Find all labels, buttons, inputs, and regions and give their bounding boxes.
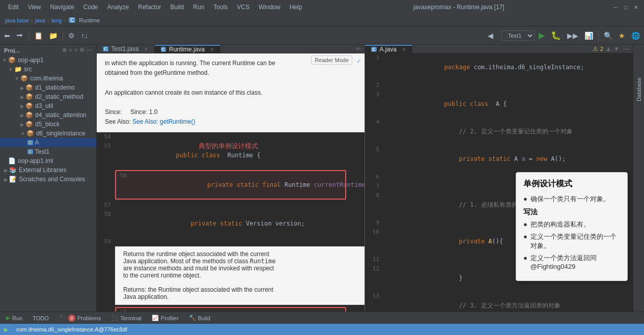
sidebar-A[interactable]: C A — [0, 138, 96, 147]
sidebar-external[interactable]: ▶ 📚 External Libraries — [0, 165, 96, 175]
line-num-57: 57 — [97, 201, 115, 210]
pencil-icon[interactable]: ✏ — [354, 45, 362, 52]
profiler-tab[interactable]: 📈 Profiler — [150, 315, 181, 321]
todo-tab[interactable]: TODO — [31, 315, 51, 321]
run-tab[interactable]: ▶ Run — [4, 315, 24, 321]
rline-code-2[interactable] — [383, 81, 633, 90]
test1-tab-close[interactable]: ✕ — [144, 46, 148, 52]
line-code-57[interactable] — [115, 201, 365, 210]
menu-view[interactable]: View — [24, 3, 45, 12]
menu-help[interactable]: Help — [286, 3, 306, 12]
bottom-toolbar: ▶ Run TODO ⚫ 9 Problems ⬛ Terminal 📈 Pro… — [0, 312, 644, 324]
minimize-button[interactable]: ─ — [611, 3, 620, 11]
tab-runtime[interactable]: C Runtime.java ✕ — [155, 45, 221, 53]
sidebar-d3[interactable]: ▶ 📦 d3_util — [0, 101, 96, 110]
menu-window[interactable]: Window — [255, 3, 285, 12]
sidebar-src[interactable]: ▼ 📁 src — [0, 65, 96, 74]
database-panel-button[interactable]: Database — [635, 75, 643, 103]
recent-files-button[interactable]: 📋 — [32, 31, 45, 41]
profile-button[interactable]: 📊 — [582, 31, 595, 41]
toolbar-sep1 — [29, 31, 29, 41]
line-code-56[interactable]: private static final Runtime currentRunt… — [124, 171, 365, 199]
rline-code-1[interactable]: package com.itheima.d6_singleInstance; — [383, 53, 633, 81]
line-54: 54 — [97, 132, 365, 142]
sidebar-com-itheima[interactable]: ▼ 📦 com.itheima — [0, 74, 96, 83]
runtime-tab-close[interactable]: ✕ — [210, 47, 214, 52]
rline-code-4[interactable]: // 2. 定义一个类变量记住类的一个对象 — [383, 118, 633, 145]
iml-icon: 📄 — [8, 157, 16, 164]
line-code-54[interactable] — [115, 132, 365, 142]
list-icon[interactable]: ≡ — [74, 47, 77, 53]
problems-tab[interactable]: ⚫ 9 Problems — [57, 315, 103, 322]
breadcrumb-java[interactable]: java — [35, 17, 45, 23]
sidebar-d1[interactable]: ▶ 📦 d1_staticdemo — [0, 83, 96, 92]
rline-2: 2 — [365, 81, 633, 90]
rline-code-3[interactable]: public class A { — [383, 90, 633, 118]
rline-code-13[interactable]: // 3. 定义一个类方法返回类的对象 — [383, 292, 633, 312]
debug-button[interactable]: 🐛 — [549, 30, 563, 41]
annotation-section2: 写法 把类的构造器私有。 定义一个类变量记住类的一个对象。 定义一个类方法返回同… — [523, 208, 620, 270]
annotation-section1: 确保一个类只有一个对象。 — [523, 194, 620, 204]
terminal-tab[interactable]: ⬛ Terminal — [109, 315, 144, 321]
scratch-icon: 📝 — [9, 176, 17, 183]
a-class-icon: C — [27, 140, 33, 145]
menu-vcs[interactable]: VCS — [233, 3, 254, 12]
sync-icon[interactable]: ≡ — [69, 47, 72, 53]
chevron-up-icon[interactable]: ▲ — [605, 45, 611, 52]
settings-button[interactable]: ⚙ — [66, 31, 77, 41]
right-collapse-icon[interactable]: — — [622, 45, 631, 52]
sidebar-d5[interactable]: ▶ 📦 d5_block — [0, 120, 96, 129]
problems-badge: 9 — [68, 315, 75, 322]
run-button[interactable]: ▶ — [537, 30, 547, 41]
menu-navigate[interactable]: Navigate — [46, 3, 78, 12]
back-button[interactable]: ⬅ — [2, 31, 12, 41]
sidebar-d6[interactable]: ▼ 📦 d6_singleInstance — [0, 129, 96, 138]
breadcrumb-javabase[interactable]: java.base — [5, 17, 29, 23]
javadoc-confirm-icon[interactable]: ✓ — [356, 57, 361, 66]
menu-tools[interactable]: Tools — [209, 3, 232, 12]
sidebar-root[interactable]: ▼ 📦 oop-app1 — [0, 55, 96, 65]
search-button[interactable]: 🔍 — [602, 31, 614, 41]
line-59: 59 — [97, 237, 365, 246]
vcs-button[interactable]: ↑↓ — [79, 31, 90, 41]
run-with-coverage[interactable]: ▶▶ — [565, 31, 580, 41]
line-code-58[interactable]: private static Version version; — [115, 210, 365, 237]
close-button[interactable]: ✕ — [632, 3, 640, 11]
line-num-68: 68 — [116, 308, 130, 312]
sidebar-d4[interactable]: ▶ 📦 d4_static_attention — [0, 110, 96, 120]
get-runtime-link[interactable]: See Also: getRuntime() — [132, 118, 195, 125]
sidebar-scratches[interactable]: ▶ 📝 Scratches and Consoles — [0, 175, 96, 184]
sidebar-d2[interactable]: ▶ 📦 d2_static_method — [0, 92, 96, 101]
add-icon[interactable]: ⊕ — [62, 47, 67, 53]
forward-button[interactable]: ⮕ — [14, 31, 25, 41]
build-tab[interactable]: 🔨 Build — [187, 315, 212, 321]
star-button[interactable]: ★ — [617, 31, 627, 41]
javadoc-line2: obtained from the getRuntime method. — [105, 68, 356, 78]
project-structure-button[interactable]: 📁 — [47, 31, 60, 41]
collapse-icon[interactable]: — — [87, 47, 92, 53]
menu-build[interactable]: Build — [166, 3, 188, 12]
menu-edit[interactable]: Edit — [4, 3, 23, 12]
breadcrumb-lang[interactable]: lang — [51, 17, 62, 23]
line-code-68[interactable]: public static Runtime getRuntime() { — [130, 308, 345, 312]
menu-refactor[interactable]: Refactor — [134, 3, 165, 12]
menu-analyze[interactable]: Analyze — [103, 3, 133, 12]
chevron-down-icon[interactable]: ▼ — [613, 45, 620, 52]
annotation-section2-title: 写法 — [523, 208, 620, 217]
settings-icon[interactable]: ⚙ — [79, 47, 85, 53]
ajava-tab-close[interactable]: ✕ — [402, 47, 406, 52]
sidebar-iml[interactable]: 📄 oop-app1.iml — [0, 156, 96, 165]
reader-mode-button[interactable]: Reader Mode — [311, 55, 352, 65]
menu-code[interactable]: Code — [79, 3, 102, 12]
maximize-button[interactable]: □ — [622, 3, 630, 11]
run-config-select[interactable]: Test1 — [501, 31, 535, 41]
sidebar-test1[interactable]: C Test1 — [0, 147, 96, 156]
line-code-59[interactable] — [115, 237, 365, 246]
rline-code-5[interactable]: private static A a = new A(); — [383, 145, 633, 173]
nav-back[interactable]: ◀ — [486, 31, 495, 41]
line-num-59: 59 — [97, 237, 115, 246]
menu-run[interactable]: Run — [189, 3, 208, 12]
tab-test1[interactable]: C Test1.java ✕ — [97, 45, 155, 53]
ide-button[interactable]: 🌐 — [629, 31, 642, 41]
tab-ajava[interactable]: C A.java ✕ — [365, 45, 412, 53]
